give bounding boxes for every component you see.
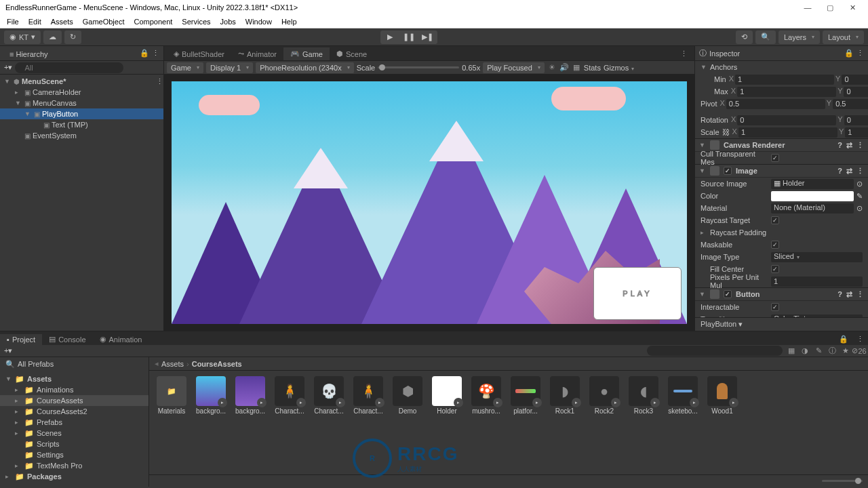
menu-gameobject[interactable]: GameObject (79, 16, 129, 27)
image-enabled-checkbox[interactable]: ✓ (724, 167, 732, 175)
menu-icon[interactable]: ⋮ (856, 167, 864, 176)
breadcrumb-assets[interactable]: Assets (161, 360, 184, 368)
asset-wood1[interactable]: ▸Wood1 (705, 376, 739, 415)
anchor-min-x-input[interactable] (735, 75, 834, 85)
cloud-button[interactable]: ☁ (43, 30, 62, 44)
project-search-input[interactable] (647, 346, 783, 356)
tab-console[interactable]: ▤Console (42, 333, 92, 345)
inspector-tab[interactable]: Inspector (709, 49, 740, 58)
tab-scene[interactable]: ⬢Scene (330, 47, 374, 60)
hierarchy-tab[interactable]: ≡ Hierarchy (4, 47, 54, 60)
picker-icon[interactable]: ⊙ (856, 180, 863, 188)
tree-item-playbutton[interactable]: ▼▣PlayButton (0, 108, 163, 119)
add-button[interactable]: +▾ (4, 346, 12, 355)
layers-dropdown[interactable]: Layers (778, 30, 820, 44)
asset-rock3[interactable]: ◖▸Rock3 (627, 376, 660, 415)
menu-icon[interactable]: ⋮ (676, 47, 692, 60)
tree-item-eventsystem[interactable]: ▣EventSystem (0, 130, 163, 141)
asset-rock2[interactable]: ●▸Rock2 (587, 376, 621, 415)
asset-mushroom[interactable]: 🍄▸mushro... (469, 376, 503, 415)
cull-checkbox[interactable]: ✓ (771, 154, 779, 162)
anchor-min-y-input[interactable] (842, 75, 868, 85)
menu-icon[interactable]: ⋮ (856, 49, 864, 58)
menu-icon[interactable]: ⋮ (852, 333, 868, 345)
vsync-icon[interactable]: ▦ (572, 63, 581, 73)
account-dropdown[interactable]: ◉ KT ▾ (4, 30, 41, 44)
lock-icon[interactable]: 🔒 (844, 49, 854, 58)
help-icon[interactable]: ? (837, 290, 842, 298)
tab-game[interactable]: 🎮Game (283, 47, 330, 60)
undo-history-button[interactable]: ⟲ (736, 30, 753, 44)
asset-character3[interactable]: 🧍▸Charact... (351, 376, 385, 415)
tab-animation[interactable]: ◉Animation (93, 333, 149, 345)
pause-button[interactable]: ❚❚ (399, 30, 418, 44)
help-icon[interactable]: ? (837, 167, 842, 175)
menu-icon[interactable]: ⋮ (152, 49, 159, 58)
material-field[interactable]: None (Material) (771, 203, 854, 214)
tab-animator[interactable]: ⤳Animator (231, 47, 283, 60)
tab-project[interactable]: ▪Project (0, 334, 42, 345)
packages-folder[interactable]: ▸📁Packages (0, 471, 149, 482)
assets-folder[interactable]: ▼📁Assets (0, 373, 149, 384)
image-component[interactable]: ▼✓Image?⇄⋮ (695, 164, 868, 178)
history-button[interactable]: ↻ (64, 30, 81, 44)
layout-dropdown[interactable]: Layout (823, 30, 864, 44)
anchor-max-x-input[interactable] (737, 87, 836, 97)
asset-character1[interactable]: 🧍▸Charact... (273, 376, 307, 415)
menu-icon[interactable]: ⋮ (856, 290, 864, 299)
asset-skateboard[interactable]: ▸sketebo... (666, 376, 700, 415)
maximize-button[interactable]: ▢ (820, 3, 840, 12)
tree-item-text-tmp[interactable]: ▣Text (TMP) (0, 119, 163, 130)
play-button[interactable]: ▶ (380, 30, 399, 44)
button-enabled-checkbox[interactable]: ✓ (724, 290, 732, 298)
maskable-checkbox[interactable]: ✓ (771, 241, 779, 249)
folder-prefabs[interactable]: ▸📁Prefabs (0, 417, 149, 428)
lock-icon[interactable]: 🔒 (835, 333, 852, 345)
audio-icon[interactable]: 🔊 (559, 63, 569, 73)
game-mode-dropdown[interactable]: Game (167, 62, 203, 73)
hidden-icon[interactable]: ⊘26 (854, 346, 864, 356)
tab-bulletshader[interactable]: ◈BulletShader (167, 47, 231, 60)
rotation-x-input[interactable] (737, 115, 836, 125)
ui-play-button[interactable]: PLAY (593, 267, 682, 320)
step-button[interactable]: ▶❚ (418, 30, 437, 44)
image-type-dropdown[interactable]: Sliced (771, 252, 863, 262)
lock-icon[interactable]: 🔒 (140, 49, 149, 58)
anchor-max-y-input[interactable] (844, 87, 868, 97)
picker-icon[interactable]: ⊙ (856, 204, 863, 213)
folder-scripts[interactable]: 📁Scripts (0, 439, 149, 449)
menu-services[interactable]: Services (178, 16, 214, 27)
asset-rock1[interactable]: ◗▸Rock1 (548, 376, 582, 415)
rotation-y-input[interactable] (844, 115, 868, 125)
label-filter-icon[interactable]: ✎ (814, 346, 823, 356)
stats-button[interactable]: Stats (584, 64, 601, 72)
gizmos-dropdown[interactable]: Gizmos (604, 64, 634, 72)
pivot-x-input[interactable] (726, 99, 825, 109)
menu-file[interactable]: File (3, 16, 23, 27)
interactable-checkbox[interactable]: ✓ (771, 303, 779, 311)
ppu-input[interactable] (771, 277, 863, 287)
thumbnail-size-slider[interactable] (822, 480, 863, 482)
display-dropdown[interactable]: Display 1 (206, 62, 253, 73)
pivot-y-input[interactable] (833, 99, 868, 109)
link-icon[interactable]: ⛓ (722, 128, 730, 136)
asset-platform[interactable]: ▸platfor... (509, 376, 542, 415)
breadcrumb-courseassets[interactable]: CourseAssets (192, 360, 242, 368)
info-icon[interactable]: ⓘ (827, 346, 837, 356)
resolution-dropdown[interactable]: PhoneResolution (2340x (256, 62, 353, 73)
source-image-field[interactable]: ▦ Holder (771, 179, 854, 189)
folder-settings[interactable]: 📁Settings (0, 449, 149, 460)
filter-icon[interactable]: ▦ (787, 346, 796, 356)
asset-demo[interactable]: ⬢Demo (391, 376, 425, 415)
menu-edit[interactable]: Edit (24, 16, 45, 27)
type-filter-icon[interactable]: ◑ (800, 346, 810, 356)
asset-background1[interactable]: ▸backgro... (194, 376, 228, 415)
menu-icon[interactable]: ⋮ (856, 141, 864, 150)
raycast-target-checkbox[interactable]: ✓ (771, 216, 779, 224)
folder-courseassets[interactable]: ▸📁CourseAssets (0, 395, 149, 406)
mute-icon[interactable]: ☀ (547, 63, 557, 73)
help-icon[interactable]: ? (837, 141, 842, 149)
eyedropper-icon[interactable]: ✎ (856, 192, 863, 201)
add-button[interactable]: +▾ (4, 63, 12, 72)
tree-item-cameraholder[interactable]: ▸▣CameraHolder (0, 87, 163, 98)
